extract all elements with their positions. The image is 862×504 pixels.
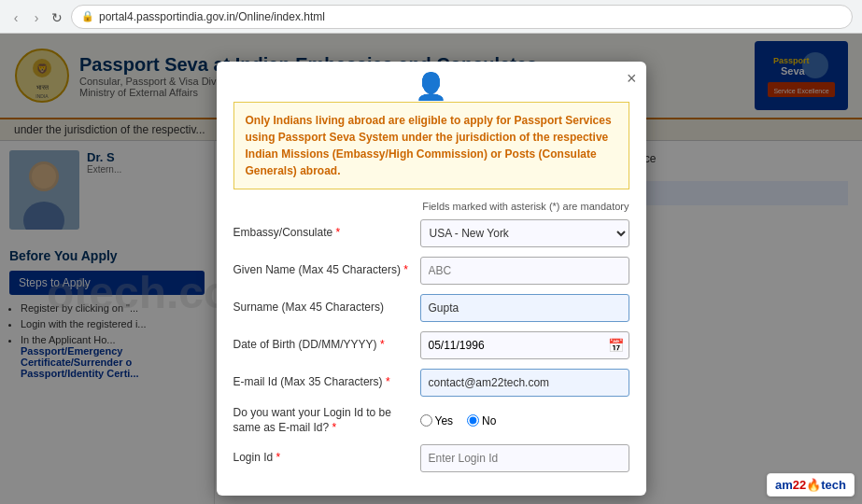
login-id-input[interactable] bbox=[420, 444, 629, 472]
login-same-radio-group: Yes No bbox=[420, 414, 497, 427]
dob-input-wrapper: 📅 bbox=[420, 331, 629, 359]
modal-close-button[interactable]: × bbox=[627, 69, 637, 89]
given-name-row: Given Name (Max 45 Characters) * bbox=[233, 257, 629, 285]
dob-row: Date of Birth (DD/MM/YYYY) * 📅 bbox=[233, 331, 629, 359]
modal-alert: Only Indians living abroad are eligible … bbox=[233, 102, 629, 189]
surname-input[interactable] bbox=[420, 294, 629, 322]
badge-tech: tech bbox=[821, 478, 846, 492]
browser-chrome: ‹ › ↻ 🔒 portal4.passportindia.gov.in/Onl… bbox=[0, 0, 862, 34]
login-same-row: Do you want your Login Id to be same as … bbox=[233, 406, 629, 435]
am22tech-badge: am22🔥tech bbox=[767, 473, 855, 497]
reload-button[interactable]: ↻ bbox=[50, 10, 64, 23]
email-row: E-mail Id (Max 35 Characters) * bbox=[233, 369, 629, 397]
embassy-label: Embassy/Consulate * bbox=[233, 226, 411, 241]
badge-am: am bbox=[775, 478, 793, 492]
login-same-label: Do you want your Login Id to be same as … bbox=[233, 406, 411, 435]
badge-fire: 🔥 bbox=[806, 478, 821, 492]
radio-no[interactable] bbox=[467, 414, 479, 427]
email-label: E-mail Id (Max 35 Characters) * bbox=[233, 375, 411, 390]
modal-overlay: 👤 × Only Indians living abroad are eligi… bbox=[0, 34, 862, 504]
embassy-row: Embassy/Consulate * USA - New York bbox=[233, 219, 629, 247]
page-content: 🦁 भारत INDIA Passport Seva at Indian Emb… bbox=[0, 34, 862, 504]
modal-dialog: 👤 × Only Indians living abroad are eligi… bbox=[217, 62, 646, 496]
login-id-label: Login Id * bbox=[233, 451, 411, 466]
login-id-row: Login Id * bbox=[233, 444, 629, 472]
lock-icon: 🔒 bbox=[81, 10, 94, 22]
badge-num: 22 bbox=[793, 478, 806, 492]
url-text: portal4.passportindia.gov.in/Online/inde… bbox=[99, 10, 325, 23]
embassy-select[interactable]: USA - New York bbox=[420, 219, 629, 247]
radio-yes-option[interactable]: Yes bbox=[420, 414, 454, 427]
calendar-icon[interactable]: 📅 bbox=[608, 338, 624, 353]
email-input[interactable] bbox=[420, 369, 629, 397]
dob-input[interactable] bbox=[420, 331, 629, 359]
dob-label: Date of Birth (DD/MM/YYYY) * bbox=[233, 338, 411, 353]
address-bar[interactable]: 🔒 portal4.passportindia.gov.in/Online/in… bbox=[71, 5, 853, 29]
given-name-input[interactable] bbox=[420, 257, 629, 285]
radio-yes[interactable] bbox=[420, 414, 432, 427]
modal-body: Only Indians living abroad are eligible … bbox=[217, 102, 646, 496]
modal-person-icon: 👤 bbox=[415, 72, 447, 101]
given-name-label: Given Name (Max 45 Characters) * bbox=[233, 263, 411, 278]
surname-row: Surname (Max 45 Characters) bbox=[233, 294, 629, 322]
surname-label: Surname (Max 45 Characters) bbox=[233, 301, 411, 315]
mandatory-note: Fields marked with asterisk (*) are mand… bbox=[233, 201, 629, 212]
back-button[interactable]: ‹ bbox=[9, 10, 22, 23]
radio-no-option[interactable]: No bbox=[467, 414, 496, 427]
forward-button[interactable]: › bbox=[30, 10, 43, 23]
